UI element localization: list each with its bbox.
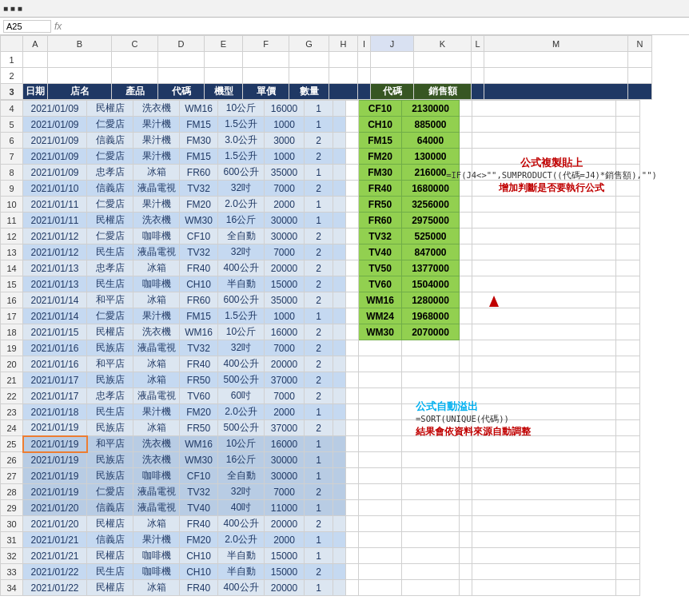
cell-l[interactable] <box>460 229 472 244</box>
cell-k[interactable] <box>402 580 460 596</box>
cell-l[interactable] <box>460 548 472 564</box>
col-header-f[interactable]: F <box>243 36 289 52</box>
cell-n[interactable] <box>616 149 640 165</box>
cell-n[interactable] <box>616 452 640 468</box>
cell-l[interactable] <box>460 149 472 165</box>
cell-model[interactable]: 400公升 <box>218 260 265 276</box>
cell-qty[interactable]: 2 <box>305 516 333 532</box>
cell-k[interactable]: 216000 <box>402 165 460 181</box>
cell-n[interactable] <box>616 356 640 372</box>
cell-b2[interactable] <box>48 68 112 84</box>
cell-n[interactable] <box>616 532 640 548</box>
cell-h[interactable] <box>333 500 346 516</box>
cell-code[interactable]: CF10 <box>180 468 218 484</box>
cell-l[interactable] <box>460 532 472 548</box>
cell-qty[interactable]: 1 <box>305 548 333 564</box>
cell-i[interactable] <box>346 324 359 340</box>
cell-i[interactable] <box>346 197 359 213</box>
cell-date[interactable]: 2021/01/21 <box>23 548 87 564</box>
cell-price[interactable]: 30000 <box>265 452 305 468</box>
cell-date[interactable]: 2021/01/15 <box>23 324 87 340</box>
cell-date[interactable]: 2021/01/17 <box>23 372 87 388</box>
cell-model[interactable]: 2.0公升 <box>218 197 265 213</box>
cell-model[interactable]: 500公升 <box>218 372 265 388</box>
cell-product[interactable]: 咖啡機 <box>133 229 180 244</box>
cell-i[interactable] <box>346 213 359 229</box>
cell-code[interactable]: WM16 <box>180 436 218 452</box>
cell-h[interactable] <box>333 372 346 388</box>
cell-date[interactable]: 2021/01/12 <box>23 244 87 260</box>
cell-n[interactable] <box>616 292 640 308</box>
cell-j[interactable]: TV60 <box>359 276 402 292</box>
cell-qty[interactable]: 2 <box>305 356 333 372</box>
cell-product[interactable]: 咖啡機 <box>133 564 180 580</box>
cell-n[interactable] <box>616 436 640 452</box>
cell-price[interactable]: 3000 <box>265 133 305 149</box>
cell-l[interactable] <box>460 308 472 324</box>
cell-model[interactable]: 40吋 <box>218 500 265 516</box>
cell-model[interactable]: 半自動 <box>218 564 265 580</box>
cell-i[interactable] <box>346 292 359 308</box>
cell-i[interactable] <box>346 149 359 165</box>
cell-store[interactable]: 仁愛店 <box>87 117 133 133</box>
cell-f2[interactable] <box>243 68 289 84</box>
cell-i[interactable] <box>346 532 359 548</box>
cell-model[interactable]: 32吋 <box>218 181 265 197</box>
cell-code[interactable]: FR40 <box>180 356 218 372</box>
cell-i[interactable] <box>346 436 359 452</box>
cell-product[interactable]: 冰箱 <box>133 292 180 308</box>
cell-h[interactable] <box>333 181 346 197</box>
cell-j1[interactable] <box>371 52 414 68</box>
cell-k[interactable]: 525000 <box>402 229 460 244</box>
cell-j[interactable] <box>359 548 402 564</box>
cell-store[interactable]: 信義店 <box>87 181 133 197</box>
cell-k[interactable]: 2975000 <box>402 213 460 229</box>
cell-j[interactable] <box>359 420 402 436</box>
cell-date[interactable]: 2021/01/14 <box>23 292 87 308</box>
cell-h[interactable] <box>333 388 346 404</box>
cell-code[interactable]: FM30 <box>180 133 218 149</box>
cell-k[interactable] <box>402 356 460 372</box>
cell-qty[interactable]: 2 <box>305 388 333 404</box>
cell-k[interactable]: 1680000 <box>402 181 460 197</box>
cell-j[interactable]: FR50 <box>359 197 402 213</box>
cell-date[interactable]: 2021/01/20 <box>23 500 87 516</box>
cell-n[interactable] <box>616 372 640 388</box>
cell-g2[interactable] <box>289 68 329 84</box>
cell-qty[interactable]: 2 <box>305 229 333 244</box>
cell-i[interactable] <box>346 308 359 324</box>
cell-k[interactable]: 1504000 <box>402 276 460 292</box>
cell-code[interactable]: FR40 <box>180 580 218 596</box>
cell-product[interactable]: 果汁機 <box>133 308 180 324</box>
cell-l3[interactable] <box>472 84 484 100</box>
cell-code[interactable]: TV32 <box>180 244 218 260</box>
cell-model[interactable]: 16公斤 <box>218 213 265 229</box>
cell-code[interactable]: CH10 <box>180 548 218 564</box>
cell-product[interactable]: 果汁機 <box>133 149 180 165</box>
cell-n[interactable] <box>616 580 640 596</box>
cell-n[interactable] <box>616 260 640 276</box>
cell-i[interactable] <box>346 548 359 564</box>
cell-n[interactable] <box>616 244 640 260</box>
cell-j[interactable] <box>359 356 402 372</box>
col-header-g[interactable]: G <box>289 36 329 52</box>
cell-product[interactable]: 冰箱 <box>133 580 180 596</box>
cell-product[interactable]: 洗衣機 <box>133 213 180 229</box>
cell-qty[interactable]: 1 <box>305 500 333 516</box>
cell-n[interactable] <box>616 213 640 229</box>
cell-qty[interactable]: 2 <box>305 244 333 260</box>
col-header-n[interactable]: N <box>628 36 652 52</box>
cell-k[interactable] <box>402 532 460 548</box>
cell-j[interactable] <box>359 532 402 548</box>
cell-qty[interactable]: 2 <box>305 292 333 308</box>
cell-e2[interactable] <box>205 68 243 84</box>
cell-l1[interactable] <box>472 52 484 68</box>
cell-qty[interactable]: 1 <box>305 117 333 133</box>
cell-product[interactable]: 液晶電視 <box>133 484 180 500</box>
cell-k[interactable] <box>402 436 460 452</box>
cell-h2[interactable] <box>329 68 358 84</box>
col-header-h[interactable]: H <box>329 36 358 52</box>
cell-qty[interactable]: 2 <box>305 149 333 165</box>
cell-l[interactable] <box>460 436 472 452</box>
cell-n[interactable] <box>616 276 640 292</box>
